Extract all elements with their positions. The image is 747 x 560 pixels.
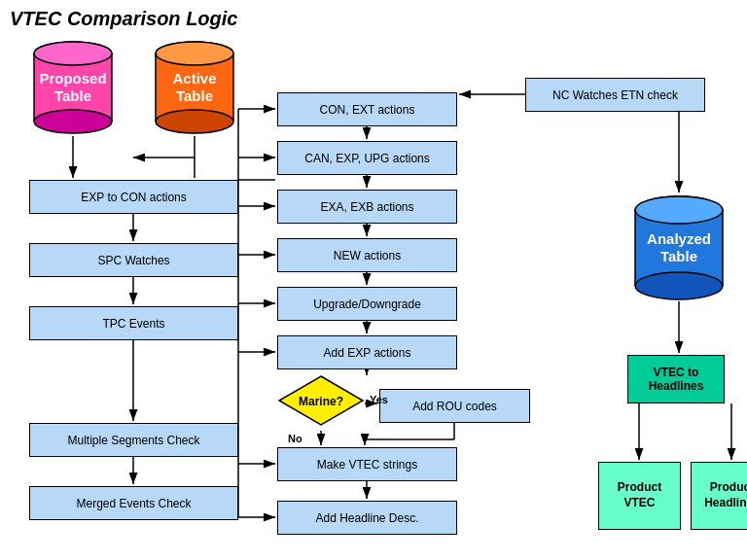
active-table-label: Active Table [172,70,216,105]
svg-marker-53 [279,376,363,425]
yes-label: Yes [370,394,388,405]
make-vtec-box: Make VTEC strings [277,447,457,481]
svg-point-43 [156,110,233,133]
exa-exb-box: EXA, EXB actions [277,190,457,224]
new-actions-box: NEW actions [277,238,457,272]
svg-point-52 [635,196,723,224]
nc-watches-box: NC Watches ETN check [525,78,705,112]
svg-point-49 [635,272,723,299]
product-vtec-box: ProductVTEC [598,462,681,530]
proposed-table-label: Proposed Table [39,70,106,105]
svg-point-40 [34,42,112,65]
can-exp-box: CAN, EXP, UPG actions [277,141,457,175]
diagram-title: VTEC Comparison Logic [10,8,237,30]
exp-con-box: EXP to CON actions [29,180,238,214]
add-rou-box: Add ROU codes [379,389,530,423]
product-headlines-box: ProductHeadlines [691,462,747,530]
active-table-cylinder: Active Table [151,39,238,136]
spc-watches-box: SPC Watches [29,243,238,277]
tpc-events-box: TPC Events [29,306,238,340]
analyzed-table-label: Analyzed Table [647,230,711,265]
con-ext-box: CON, EXT actions [277,92,457,126]
proposed-table-cylinder: Proposed Table [29,39,117,136]
add-headline-box: Add Headline Desc. [277,501,457,535]
upgrade-downgrade-box: Upgrade/Downgrade [277,287,457,321]
vtec-headlines-box: VTEC toHeadlines [627,355,725,403]
no-label: No [288,433,302,444]
svg-point-37 [34,110,112,133]
merged-events-box: Merged Events Check [29,486,238,520]
marine-diamond: Marine? [277,374,365,428]
add-exp-box: Add EXP actions [277,335,457,369]
multi-seg-box: Multiple Segments Check [29,423,238,457]
analyzed-table-cylinder: Analyzed Table [630,194,728,301]
svg-point-46 [156,42,233,65]
